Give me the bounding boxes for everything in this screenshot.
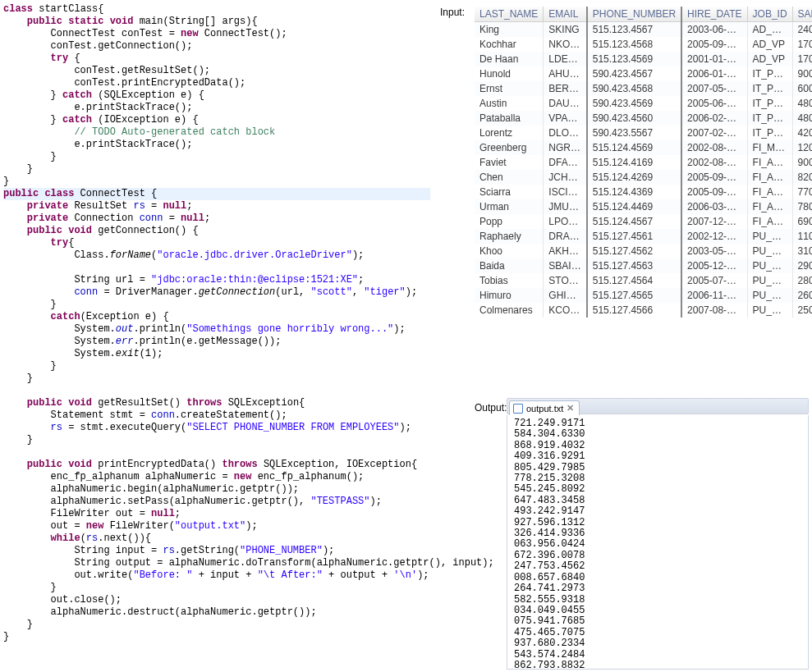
table-cell: 2900 (792, 258, 812, 273)
table-row[interactable]: ChenJCH…515.124.42692005-09-…FI_A…8200 (475, 170, 812, 185)
table-cell: FI_A… (747, 155, 792, 170)
table-row[interactable]: KingSKING515.123.45672003-06-…AD_…24000 (475, 22, 812, 38)
table-cell: 515.124.4469 (587, 199, 681, 214)
table-cell: 515.124.4567 (587, 214, 681, 229)
table-row[interactable]: De HaanLDE…515.123.45692001-01-…AD_VP170… (475, 52, 812, 66)
table-cell: 9000 (792, 155, 812, 170)
table-row[interactable]: RaphaelyDRA…515.127.45612002-12-…PU_…110… (475, 229, 812, 244)
table-cell: BER… (544, 81, 587, 96)
table-cell: 515.123.4569 (587, 52, 681, 66)
table-row[interactable]: PataballaVPA…590.423.45602006-02-…IT_P…4… (475, 111, 812, 126)
table-cell: DAU… (544, 96, 587, 111)
table-cell: SBAI… (544, 258, 587, 273)
table-row[interactable]: HimuroGHI…515.127.45652006-11-…PU_…2600 (475, 288, 812, 303)
table-cell: Sciarra (475, 185, 544, 199)
table-cell: IT_P… (747, 81, 792, 96)
table-row[interactable]: UrmanJMU…515.124.44692006-03-…FI_A…7800 (475, 199, 812, 214)
table-row[interactable]: LorentzDLO…590.423.55672007-02-…IT_P…420… (475, 126, 812, 140)
table-row[interactable]: TobiasSTO…515.127.45642005-07-…PU_…2800 (475, 273, 812, 288)
table-cell: DFA… (544, 155, 587, 170)
table-row[interactable]: GreenbergNGR…515.124.45692002-08-…FI_M…1… (475, 140, 812, 155)
table-cell: 2007-08-… (681, 303, 747, 318)
table-cell: 2003-05-… (681, 244, 747, 258)
table-cell: FI_A… (747, 170, 792, 185)
table-row[interactable]: PoppLPO…515.124.45672007-12-…FI_A…6900 (475, 214, 812, 229)
table-cell: 2500 (792, 303, 812, 318)
output-tab[interactable]: output.txt ✕ (509, 400, 580, 415)
table-cell: 590.423.4567 (587, 66, 681, 81)
table-cell: 2006-03-… (681, 199, 747, 214)
column-header[interactable]: JOB_ID (747, 7, 792, 22)
table-cell: Faviet (475, 155, 544, 170)
table-cell: Himuro (475, 288, 544, 303)
table-cell: Colmenares (475, 303, 544, 318)
table-cell: VPA… (544, 111, 587, 126)
table-cell: 9000 (792, 66, 812, 81)
code-editor[interactable]: class startClass{ public static void mai… (3, 3, 434, 668)
column-header[interactable]: LAST_NAME (475, 7, 544, 22)
table-cell: LDE… (544, 52, 587, 66)
table-cell: Greenberg (475, 140, 544, 155)
table-cell: 17000 (792, 52, 812, 66)
output-panel: output.txt ✕ 721.249.9171 584.304.6330 8… (507, 398, 810, 670)
table-cell: JMU… (544, 199, 587, 214)
table-cell: Baida (475, 258, 544, 273)
table-cell: 4200 (792, 126, 812, 140)
table-cell: AHU… (544, 66, 587, 81)
table-row[interactable]: KochharNKO…515.123.45682005-09-…AD_VP170… (475, 37, 812, 52)
table-cell: 6000 (792, 81, 812, 96)
table-cell: JCH… (544, 170, 587, 185)
table-cell: 6900 (792, 214, 812, 229)
table-cell: De Haan (475, 52, 544, 66)
table-row[interactable]: HunoldAHU…590.423.45672006-01-…IT_P…9000 (475, 66, 812, 81)
table-row[interactable]: BaidaSBAI…515.127.45632005-12-…PU_…2900 (475, 258, 812, 273)
table-cell: 590.423.4568 (587, 81, 681, 96)
column-header[interactable]: EMAIL (544, 7, 587, 22)
file-icon (513, 404, 523, 414)
input-table[interactable]: LAST_NAMEEMAILPHONE_NUMBERHIRE_DATEJOB_I… (475, 7, 812, 318)
table-row[interactable]: ErnstBER…590.423.45682007-05-…IT_P…6000 (475, 81, 812, 96)
table-cell: Urman (475, 199, 544, 214)
table-cell: LPO… (544, 214, 587, 229)
table-cell: SKING (544, 22, 587, 38)
table-cell: 2001-01-… (681, 52, 747, 66)
table-cell: 24000 (792, 22, 812, 38)
table-cell: AD_VP (747, 52, 792, 66)
table-cell: Austin (475, 96, 544, 111)
table-cell: 2600 (792, 288, 812, 303)
table-cell: King (475, 22, 544, 38)
table-cell: 2006-01-… (681, 66, 747, 81)
table-cell: 12008 (792, 140, 812, 155)
table-cell: 2006-11-… (681, 288, 747, 303)
table-row[interactable]: ColmenaresKCO…515.127.45662007-08-…PU_…2… (475, 303, 812, 318)
table-cell: 11000 (792, 229, 812, 244)
table-cell: 8200 (792, 170, 812, 185)
output-tabbar: output.txt ✕ (507, 398, 809, 414)
table-cell: Raphaely (475, 229, 544, 244)
table-cell: 515.127.4563 (587, 258, 681, 273)
close-icon[interactable]: ✕ (567, 403, 574, 414)
table-cell: DRA… (544, 229, 587, 244)
table-cell: PU_… (747, 258, 792, 273)
table-cell: 515.127.4565 (587, 288, 681, 303)
table-cell: 590.423.4569 (587, 96, 681, 111)
table-row[interactable]: AustinDAU…590.423.45692005-06-…IT_P…4800 (475, 96, 812, 111)
table-cell: 17000 (792, 37, 812, 52)
table-cell: FI_A… (747, 214, 792, 229)
table-cell: STO… (544, 273, 587, 288)
column-header[interactable]: SALARY (792, 7, 812, 22)
table-cell: 3100 (792, 244, 812, 258)
output-label: Output: (475, 402, 507, 414)
table-cell: 515.124.4569 (587, 140, 681, 155)
column-header[interactable]: HIRE_DATE (681, 7, 747, 22)
column-header[interactable]: PHONE_NUMBER (587, 7, 681, 22)
table-cell: KCO… (544, 303, 587, 318)
table-cell: PU_… (747, 273, 792, 288)
table-cell: Ernst (475, 81, 544, 96)
table-cell: 515.127.4564 (587, 273, 681, 288)
table-row[interactable]: KhooAKH…515.127.45622003-05-…PU_…3100 (475, 244, 812, 258)
table-row[interactable]: SciarraISCI…515.124.43692005-09-…FI_A…77… (475, 185, 812, 199)
table-row[interactable]: FavietDFA…515.124.41692002-08-…FI_A…9000 (475, 155, 812, 170)
output-text[interactable]: 721.249.9171 584.304.6330 868.919.4032 4… (507, 415, 809, 670)
table-cell: 2005-06-… (681, 96, 747, 111)
